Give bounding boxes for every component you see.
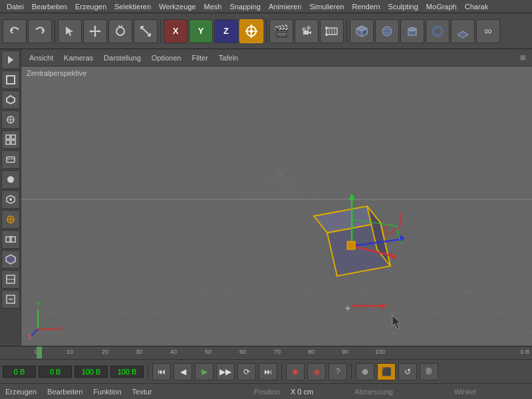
menu-mesh[interactable]: Mesh (200, 1, 225, 12)
sidebar-mode3[interactable] (1, 90, 20, 109)
tc-sep3 (351, 363, 352, 380)
ruler-mark-30: 30 (136, 348, 142, 355)
sidebar-mode9[interactable] (1, 210, 20, 229)
menu-mograph[interactable]: MoGraph (422, 1, 461, 12)
viewport-menu-filter[interactable]: Filter (188, 53, 211, 63)
ruler-mark-70: 70 (274, 348, 281, 355)
status-funktion[interactable]: Funktion (93, 388, 121, 396)
z-axis-button[interactable]: Z (214, 19, 238, 43)
viewport-expand-button[interactable]: ⊞ (517, 53, 528, 63)
status-position-label: Position (254, 388, 280, 396)
snap-button[interactable] (239, 19, 263, 43)
frame-total-display[interactable]: 100 B (110, 366, 144, 378)
left-sidebar (0, 49, 21, 346)
svg-text:X: X (59, 325, 63, 332)
timeline-controls: 0 B 0 B 100 B 100 B ⏮ ◀ ▶ ▶▶ ⟳ ⏭ ⏺ ◉ ? ⊕… (0, 360, 532, 384)
help-button[interactable]: ? (329, 363, 347, 380)
torus-object-button[interactable] (426, 19, 450, 43)
sidebar-mode11[interactable] (1, 250, 20, 269)
snap-pos-button[interactable]: ⊕ (356, 363, 374, 380)
camera-object-button[interactable]: ∞ (476, 19, 500, 43)
record-button[interactable]: ⏺ (286, 363, 305, 380)
frame-max-display[interactable]: 100 B (74, 366, 108, 378)
menu-erzeugen[interactable]: Erzeugen (71, 1, 110, 12)
menu-rendern[interactable]: Rendern (348, 1, 384, 12)
svg-point-22 (325, 27, 328, 29)
anim-button[interactable]: 📽 (295, 19, 319, 43)
svg-marker-2 (94, 25, 96, 28)
sidebar-mode7[interactable] (1, 170, 20, 189)
status-bearbeiten[interactable]: Bearbeiten (47, 388, 82, 396)
sidebar-mode6[interactable] (1, 150, 20, 169)
snap-other-button[interactable]: ® (420, 363, 438, 380)
plane-object-button[interactable] (451, 19, 475, 43)
viewport-canvas[interactable]: Zentralperspektive (21, 66, 532, 346)
move-tool-button[interactable] (83, 19, 107, 43)
ruler-mark-40: 40 (170, 348, 177, 355)
transport-prev-button[interactable]: ◀ (174, 363, 192, 380)
select-tool-button[interactable] (58, 19, 82, 43)
ruler-mark-50: 50 (205, 348, 211, 355)
svg-marker-5 (98, 30, 101, 33)
sidebar-mode8[interactable] (1, 190, 20, 209)
transport-next-button[interactable]: ▶▶ (216, 363, 235, 380)
menu-sculpting[interactable]: Sculpting (384, 1, 422, 12)
undo-button[interactable] (3, 19, 27, 43)
sidebar-mode2[interactable] (1, 70, 20, 89)
transport-end-button[interactable]: ⏭ (259, 363, 277, 380)
viewport-grid: + (21, 66, 532, 346)
rotate-tool-button[interactable] (108, 19, 132, 43)
cube-object-button[interactable] (350, 19, 374, 43)
svg-point-46 (9, 198, 12, 201)
viewport-menu-ansicht[interactable]: Ansicht (25, 53, 57, 63)
sidebar-mode1[interactable] (1, 51, 20, 69)
menu-bearbeiten[interactable]: Bearbeiten (28, 1, 71, 12)
menu-datei[interactable]: Datei (3, 1, 28, 12)
redo-button[interactable] (28, 19, 52, 43)
snap-scale-button[interactable]: ↺ (398, 363, 417, 380)
transport-loop-button[interactable]: ⟳ (237, 363, 256, 380)
sidebar-mode12[interactable] (1, 270, 20, 289)
transport-start-button[interactable]: ⏮ (152, 363, 171, 380)
scale-tool-button[interactable] (134, 19, 158, 43)
frame-current-display[interactable]: 0 B (39, 366, 72, 378)
sidebar-mode4[interactable] (1, 110, 20, 129)
x-axis-button[interactable]: X (164, 19, 188, 43)
snap-rot-button[interactable]: ⬛ (377, 363, 396, 380)
sidebar-mode5[interactable] (1, 130, 20, 149)
keyframe-button[interactable]: 🎬 (269, 19, 293, 43)
y-axis-button[interactable]: Y (189, 19, 213, 43)
playhead[interactable] (37, 346, 42, 358)
viewport-menu-optionen[interactable]: Optionen (148, 53, 186, 63)
svg-line-80 (121, 66, 281, 173)
sidebar-mode13[interactable] (1, 290, 20, 309)
svg-marker-32 (458, 31, 468, 38)
menu-simulieren[interactable]: Simulieren (305, 1, 348, 12)
menu-werkzeuge[interactable]: Werkzeuge (155, 1, 200, 12)
sphere-object-button[interactable] (375, 19, 399, 43)
svg-line-60 (88, 173, 281, 346)
tc-sep1 (148, 363, 148, 380)
objects-group: ∞ (350, 19, 500, 43)
svg-rect-43 (7, 157, 15, 162)
frame-start-display[interactable]: 0 B (3, 366, 36, 378)
menu-charak[interactable]: Charak (461, 1, 492, 12)
svg-point-45 (7, 176, 14, 183)
svg-point-6 (116, 27, 124, 35)
status-textur[interactable]: Textur (132, 388, 152, 396)
menu-selektieren[interactable]: Selektieren (110, 1, 155, 12)
autokey-button[interactable]: ◉ (307, 363, 326, 380)
undo-redo-group (3, 19, 52, 43)
viewport-menu-tafeln[interactable]: Tafeln (215, 53, 242, 63)
anim-settings-button[interactable] (320, 19, 344, 43)
cylinder-object-button[interactable] (400, 19, 424, 43)
viewport-menu-darstellung[interactable]: Darstellung (100, 53, 145, 63)
sidebar-mode10[interactable] (1, 230, 20, 249)
status-erzeugen[interactable]: Erzeugen (5, 388, 37, 396)
viewport-menu-kameras[interactable]: Kameras (60, 53, 97, 63)
transport-play-button[interactable]: ▶ (195, 363, 213, 380)
menu-animieren[interactable]: Animieren (265, 1, 306, 12)
svg-point-27 (382, 27, 392, 36)
axis-group: X Y Z (164, 19, 263, 43)
menu-snapping[interactable]: Snapping (225, 1, 265, 12)
